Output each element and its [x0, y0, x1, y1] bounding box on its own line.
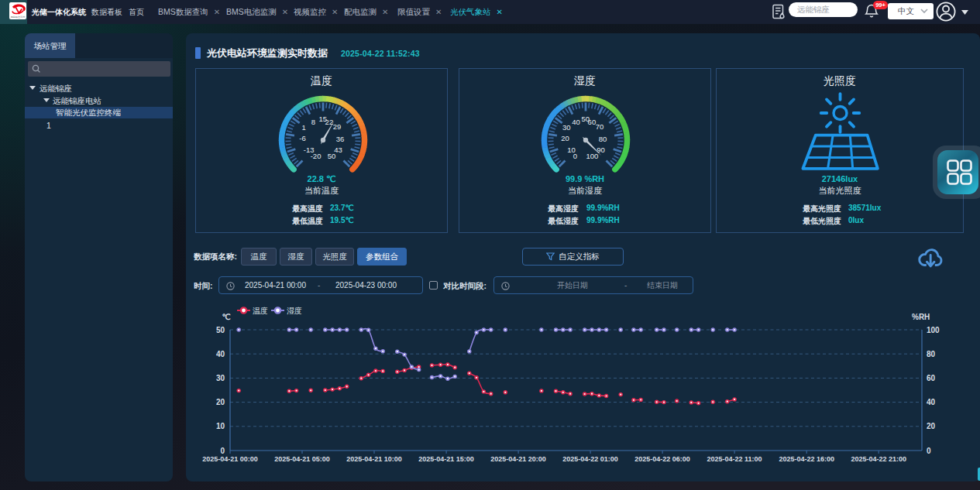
svg-text:36: 36	[336, 135, 345, 143]
svg-text:2025-04-22 01:00: 2025-04-22 01:00	[562, 455, 618, 463]
svg-text:29: 29	[333, 122, 342, 131]
svg-text:-6: -6	[299, 134, 305, 142]
svg-text:80: 80	[927, 350, 936, 358]
svg-text:2025-04-22 11:00: 2025-04-22 11:00	[707, 455, 762, 463]
svg-text:8: 8	[311, 118, 315, 126]
svg-text:40: 40	[927, 398, 936, 406]
svg-text:0: 0	[927, 447, 931, 455]
svg-text:%RH: %RH	[912, 313, 930, 321]
svg-text:60: 60	[588, 118, 597, 126]
svg-text:2025-04-22 06:00: 2025-04-22 06:00	[634, 455, 690, 463]
svg-text:2025-04-21 15:00: 2025-04-21 15:00	[418, 455, 474, 463]
svg-text:20: 20	[927, 422, 936, 430]
svg-text:50: 50	[216, 326, 225, 334]
svg-text:2025-04-22 16:00: 2025-04-22 16:00	[779, 455, 834, 463]
svg-text:2025-04-21 10:00: 2025-04-21 10:00	[346, 455, 402, 463]
svg-text:2025-04-22 21:00: 2025-04-22 21:00	[851, 455, 906, 463]
svg-text:℃: ℃	[222, 313, 230, 321]
svg-text:30: 30	[216, 374, 225, 382]
svg-text:40: 40	[216, 350, 225, 358]
svg-text:10: 10	[216, 422, 225, 430]
svg-text:2025-04-21 20:00: 2025-04-21 20:00	[490, 455, 546, 463]
svg-text:70: 70	[596, 122, 604, 131]
svg-text:100: 100	[586, 152, 598, 160]
svg-text:80: 80	[599, 135, 607, 143]
svg-text:1: 1	[302, 123, 306, 132]
svg-text:20: 20	[561, 134, 569, 142]
svg-text:40: 40	[572, 118, 580, 126]
svg-text:-13: -13	[304, 146, 315, 154]
svg-text:60: 60	[927, 374, 936, 382]
svg-text:温度: 温度	[253, 307, 268, 315]
svg-text:0: 0	[220, 447, 225, 455]
svg-text:50: 50	[328, 152, 336, 160]
svg-text:2025-04-21 05:00: 2025-04-21 05:00	[274, 455, 330, 463]
svg-text:30: 30	[562, 123, 571, 132]
svg-text:20: 20	[216, 398, 225, 406]
svg-text:远能锦座科技: 远能锦座科技	[10, 15, 26, 19]
svg-text:10: 10	[567, 146, 576, 154]
svg-text:100: 100	[927, 326, 940, 334]
svg-text:2025-04-21 00:00: 2025-04-21 00:00	[202, 455, 258, 463]
svg-text:湿度: 湿度	[287, 307, 302, 315]
